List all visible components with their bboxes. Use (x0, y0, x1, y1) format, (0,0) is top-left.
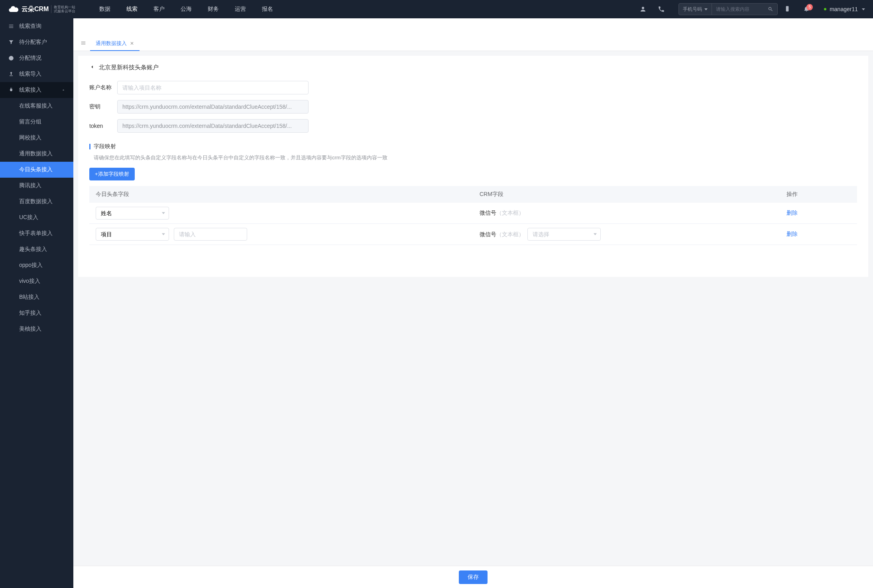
sidebar-sub-item[interactable]: 趣头条接入 (0, 241, 73, 257)
sidebar-item[interactable]: 线索接入 (0, 82, 73, 98)
col-crm-field: CRM字段 (473, 186, 780, 203)
breadcrumb: 北京昱新科技头条账户 (89, 64, 857, 71)
sidebar-item-label: 线索接入 (19, 86, 41, 94)
sidebar-item-label: 分配情况 (19, 55, 41, 62)
token-label: token (89, 123, 117, 129)
toutiao-field-select[interactable]: 项目 (96, 228, 169, 241)
table-row: 姓名微信号（文本框）删除 (89, 203, 857, 224)
sidebar-item[interactable]: 线索导入 (0, 66, 73, 82)
footer-bar: 保存 (73, 566, 873, 588)
user-menu[interactable]: manager11 (824, 6, 865, 12)
svg-rect-0 (786, 6, 789, 11)
list-icon (8, 23, 14, 29)
sidebar-sub-item[interactable]: 知乎接入 (0, 305, 73, 321)
sidebar-sub-item[interactable]: 今日头条接入 (0, 162, 73, 178)
table-row: 项目微信号（文本框） 请选择删除 (89, 224, 857, 245)
user-name: manager11 (830, 6, 858, 12)
search-button[interactable] (764, 6, 777, 12)
page-title: 北京昱新科技头条账户 (99, 64, 159, 71)
chevron-up-icon (61, 87, 65, 93)
mapping-text-input[interactable] (174, 228, 247, 241)
add-mapping-button[interactable]: +添加字段映射 (89, 168, 135, 180)
secret-label: 密钥 (89, 103, 117, 110)
top-nav: 数据线索客户公海财务运营报名 (91, 0, 634, 18)
search-bar: 手机号码 (678, 3, 778, 15)
mapping-section-title: 字段映射 (94, 143, 116, 150)
crm-field-select[interactable]: 请选择 (527, 228, 601, 241)
status-dot-icon (824, 8, 826, 10)
tab-menu-icon[interactable] (77, 40, 90, 47)
close-icon[interactable]: ✕ (130, 41, 134, 46)
nav-item[interactable]: 财务 (200, 0, 227, 18)
nav-item[interactable]: 报名 (254, 0, 281, 18)
crm-field-label: 微信号 (480, 210, 496, 216)
save-button[interactable]: 保存 (459, 570, 488, 584)
col-action: 操作 (780, 186, 857, 203)
nav-item[interactable]: 运营 (227, 0, 254, 18)
sidebar-sub-item[interactable]: 快手表单接入 (0, 225, 73, 241)
delete-button[interactable]: 删除 (786, 210, 798, 216)
app-header: 云朵CRM 教育机构一站 式服务云平台 数据线索客户公海财务运营报名 手机号码 … (0, 0, 873, 18)
chevron-down-icon (862, 8, 865, 10)
clock-icon (8, 55, 14, 61)
logo-subtext: 教育机构一站 式服务云平台 (51, 5, 75, 13)
account-name-input[interactable] (117, 81, 309, 94)
crm-field-hint: （文本框） (496, 210, 524, 216)
col-toutiao-field: 今日头条字段 (89, 186, 473, 203)
nav-item[interactable]: 客户 (146, 0, 173, 18)
sidebar-sub-item[interactable]: 通用数据接入 (0, 146, 73, 162)
search-input[interactable] (712, 6, 764, 12)
logo-text: 云朵CRM (22, 5, 49, 14)
bell-icon[interactable]: 5 (797, 6, 816, 13)
page-content: 北京昱新科技头条账户 账户名称 密钥 token 字段映射 请确保您在此填写的头… (78, 56, 868, 277)
person-icon[interactable] (634, 0, 652, 18)
filter-icon (8, 39, 14, 45)
sidebar-sub-item[interactable]: 百度数据接入 (0, 194, 73, 210)
sidebar-item-label: 待分配客户 (19, 39, 47, 46)
sidebar-item[interactable]: 分配情况 (0, 50, 73, 66)
search-type-select[interactable]: 手机号码 (679, 4, 712, 15)
sidebar-sub-item[interactable]: UC接入 (0, 210, 73, 225)
secret-input[interactable] (117, 100, 309, 114)
nav-item[interactable]: 线索 (118, 0, 146, 18)
toutiao-field-select[interactable]: 姓名 (96, 207, 169, 220)
tab-bar: 通用数据接入✕ (73, 37, 873, 51)
account-name-label: 账户名称 (89, 84, 117, 91)
delete-button[interactable]: 删除 (786, 231, 798, 237)
sidebar-sub-item[interactable]: oppo接入 (0, 257, 73, 273)
sidebar-sub-item[interactable]: 留言分组 (0, 114, 73, 130)
logo: 云朵CRM 教育机构一站 式服务云平台 (8, 4, 75, 15)
sidebar-sub-item[interactable]: B站接入 (0, 289, 73, 305)
phone-icon[interactable] (652, 0, 670, 18)
tab[interactable]: 通用数据接入✕ (90, 37, 140, 51)
sidebar-sub-item[interactable]: 在线客服接入 (0, 98, 73, 114)
plug-icon (8, 87, 14, 93)
sidebar-sub-item[interactable]: 网校接入 (0, 130, 73, 146)
sidebar-sub-item[interactable]: 腾讯接入 (0, 178, 73, 194)
mobile-icon[interactable] (778, 6, 797, 13)
mapping-table: 今日头条字段 CRM字段 操作 姓名微信号（文本框）删除项目微信号（文本框） 请… (89, 186, 857, 245)
sidebar: 线索查询待分配客户分配情况线索导入线索接入在线客服接入留言分组网校接入通用数据接… (0, 18, 73, 588)
crm-field-label: 微信号 (480, 231, 496, 237)
notification-badge: 5 (806, 4, 813, 10)
nav-item[interactable]: 数据 (91, 0, 118, 18)
crm-field-hint: （文本框） (496, 231, 524, 237)
sidebar-item-label: 线索查询 (19, 23, 41, 30)
section-bar-icon (89, 144, 90, 149)
main-area: 通用数据接入✕ 北京昱新科技头条账户 账户名称 密钥 token 字段映射 请确… (73, 37, 873, 588)
sidebar-item[interactable]: 待分配客户 (0, 34, 73, 50)
back-icon[interactable] (89, 64, 95, 71)
export-icon (8, 71, 14, 77)
sidebar-item[interactable]: 线索查询 (0, 18, 73, 34)
token-input[interactable] (117, 119, 309, 133)
sidebar-sub-item[interactable]: vivo接入 (0, 273, 73, 289)
cloud-logo-icon (8, 4, 19, 15)
tab-label: 通用数据接入 (96, 40, 127, 47)
sidebar-item-label: 线索导入 (19, 71, 41, 78)
sidebar-sub-item[interactable]: 美柚接入 (0, 321, 73, 337)
nav-item[interactable]: 公海 (173, 0, 200, 18)
mapping-section-desc: 请确保您在此填写的头条自定义字段名称与在今日头条平台中自定义的字段名称一致，并且… (94, 154, 857, 161)
